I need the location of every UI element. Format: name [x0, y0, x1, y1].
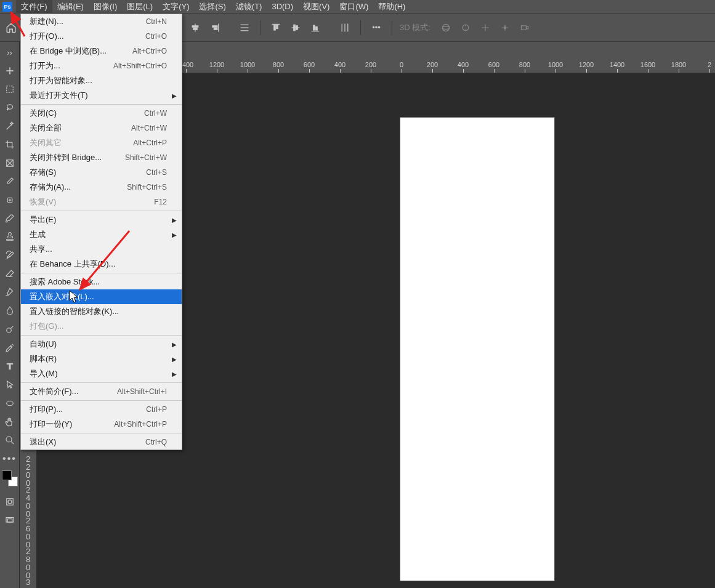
menu-layer[interactable]: 图层(L) — [122, 0, 158, 14]
menu-item-shortcut: Ctrl+P — [146, 405, 167, 414]
type-tool[interactable] — [0, 357, 20, 376]
menu-edit[interactable]: 编辑(E) — [52, 0, 89, 14]
eraser-tool[interactable] — [0, 265, 20, 283]
menu-item[interactable]: 关闭并转到 Bridge...Shift+Ctrl+W — [21, 150, 182, 165]
menu-item[interactable]: 关闭(C)Ctrl+W — [21, 106, 182, 121]
submenu-arrow-icon: ▶ — [172, 92, 177, 99]
overflow-icon[interactable]: ••• — [368, 20, 384, 36]
menu-item-label: 脚本(R) — [30, 353, 57, 364]
crop-tool[interactable] — [0, 135, 20, 154]
screenmode-icon[interactable] — [0, 511, 20, 530]
menu-item[interactable]: 打开(O)...Ctrl+O — [21, 29, 182, 44]
menu-item: 恢复(V)F12 — [21, 195, 182, 209]
lasso-tool[interactable] — [0, 99, 20, 117]
path-select-tool[interactable] — [0, 376, 20, 394]
frame-tool[interactable] — [0, 154, 20, 172]
menu-item[interactable]: 导出(E)▶ — [21, 212, 182, 227]
menu-separator — [21, 335, 182, 336]
svg-rect-28 — [521, 25, 526, 29]
wand-tool[interactable] — [0, 117, 20, 135]
menu-item[interactable]: 最近打开文件(T)▶ — [21, 88, 182, 103]
history-brush-tool[interactable] — [0, 246, 20, 265]
document-canvas[interactable] — [400, 117, 555, 581]
pan-3d-icon[interactable] — [477, 20, 493, 36]
hand-tool[interactable] — [0, 413, 20, 431]
menu-3d[interactable]: 3D(D) — [267, 1, 298, 12]
eyedropper-tool[interactable] — [0, 172, 20, 191]
menu-item[interactable]: 在 Bridge 中浏览(B)...Alt+Ctrl+O — [21, 44, 182, 58]
slide-3d-icon[interactable] — [497, 20, 513, 36]
menu-item-label: 共享... — [30, 244, 52, 255]
menu-item[interactable]: 置入链接的智能对象(K)... — [21, 304, 182, 319]
foreground-color-icon[interactable] — [2, 470, 12, 480]
healing-tool[interactable] — [0, 191, 20, 209]
color-swatch[interactable] — [2, 470, 18, 486]
stamp-tool[interactable] — [0, 228, 20, 246]
menu-item-label: 关闭全部 — [30, 123, 62, 134]
annotation-arrow-icon — [74, 228, 135, 296]
3d-mode-label: 3D 模式: — [400, 22, 430, 33]
edit-toolbar-icon[interactable]: ••• — [0, 449, 20, 468]
menu-item[interactable]: 新建(N)...Ctrl+N — [21, 14, 182, 29]
align-top-icon[interactable] — [268, 20, 284, 36]
move-tool[interactable] — [0, 62, 20, 80]
menu-item-shortcut: F12 — [154, 198, 167, 206]
menu-item[interactable]: 打印一份(Y)Alt+Shift+Ctrl+P — [21, 417, 182, 432]
roll-3d-icon[interactable] — [458, 20, 474, 36]
align-right-icon[interactable] — [207, 20, 223, 36]
marquee-tool[interactable] — [0, 80, 20, 99]
menu-item[interactable]: 存储(S)Ctrl+S — [21, 165, 182, 180]
zoom-tool[interactable] — [0, 431, 20, 449]
menu-item[interactable]: 存储为(A)...Shift+Ctrl+S — [21, 180, 182, 195]
orbit-3d-icon[interactable] — [438, 20, 454, 36]
menu-separator — [21, 104, 182, 105]
menu-item-shortcut: Alt+Ctrl+O — [132, 47, 167, 55]
menu-help[interactable]: 帮助(H) — [373, 0, 410, 14]
gradient-tool[interactable] — [0, 283, 20, 302]
blur-tool[interactable] — [0, 302, 20, 320]
ruler-tick: 2600 — [20, 517, 36, 549]
menu-item-label: 关闭其它 — [30, 137, 62, 148]
align-center-h-icon[interactable] — [187, 20, 203, 36]
align-middle-icon[interactable] — [288, 20, 304, 36]
menu-item-label: 文件简介(F)... — [30, 386, 78, 397]
menu-item[interactable]: 关闭全部Alt+Ctrl+W — [21, 121, 182, 135]
distribute-icon[interactable] — [236, 20, 252, 36]
ruler-tick: 400 — [458, 61, 469, 68]
menu-filter[interactable]: 滤镜(T) — [231, 0, 267, 14]
svg-point-32 — [6, 328, 11, 333]
camera-3d-icon[interactable] — [517, 20, 533, 36]
menu-item-label: 置入链接的智能对象(K)... — [30, 306, 119, 317]
menu-type[interactable]: 文字(Y) — [158, 0, 194, 14]
menu-view[interactable]: 视图(V) — [298, 0, 334, 14]
menu-select[interactable]: 选择(S) — [194, 0, 230, 14]
separator — [260, 20, 261, 35]
shape-tool[interactable] — [0, 394, 20, 413]
menu-item-label: 关闭并转到 Bridge... — [30, 152, 102, 163]
pen-tool[interactable] — [0, 339, 20, 357]
distribute-v-icon[interactable] — [337, 20, 353, 36]
quickmask-icon[interactable] — [0, 493, 20, 511]
align-bottom-icon[interactable] — [307, 20, 323, 36]
menu-item-shortcut: Shift+Ctrl+W — [125, 153, 167, 162]
collapse-icon[interactable]: ›› — [0, 43, 20, 62]
menu-item[interactable]: 打开为...Alt+Shift+Ctrl+O — [21, 58, 182, 73]
menu-image[interactable]: 图像(I) — [89, 0, 122, 14]
menu-item[interactable]: 文件简介(F)...Alt+Shift+Ctrl+I — [21, 384, 182, 399]
menu-item-label: 存储(S) — [30, 167, 56, 178]
3d-icons — [438, 20, 533, 36]
brush-tool[interactable] — [0, 209, 20, 228]
dodge-tool[interactable] — [0, 320, 20, 339]
menu-item: 打包(G)... — [21, 319, 182, 334]
menu-item[interactable]: 导入(M)▶ — [21, 366, 182, 381]
svg-rect-13 — [274, 25, 275, 30]
svg-line-39 — [11, 12, 25, 36]
menu-item[interactable]: 打印(P)...Ctrl+P — [21, 402, 182, 417]
menu-item[interactable]: 脚本(R)▶ — [21, 352, 182, 366]
menu-item[interactable]: 退出(X)Ctrl+Q — [21, 435, 182, 449]
menu-item[interactable]: 自动(U)▶ — [21, 337, 182, 352]
svg-rect-7 — [212, 25, 217, 26]
menu-window[interactable]: 窗口(W) — [334, 0, 373, 14]
svg-rect-20 — [316, 26, 317, 30]
menu-item[interactable]: 打开为智能对象... — [21, 73, 182, 88]
